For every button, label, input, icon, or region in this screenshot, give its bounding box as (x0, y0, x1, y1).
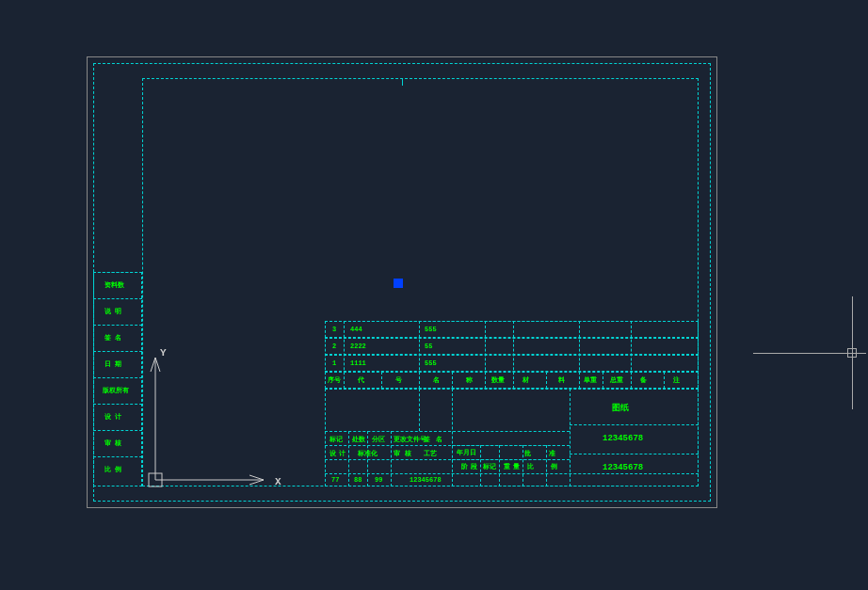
side-labels-column: 资料数 说 明 签 名 日 期 版权所有 设 计 审 核 比 例 (93, 272, 142, 486)
tb-text: 比 (527, 464, 534, 470)
tb-text: 分区 (372, 437, 385, 443)
side-label-3: 日 期 (104, 361, 121, 368)
tb-col (480, 445, 481, 486)
tb-text: 例 (551, 464, 557, 470)
tb-text: 签 (424, 437, 430, 443)
bom-hdr: 序号 (328, 377, 341, 384)
drawing-number-2: 12345678 (603, 464, 643, 472)
tb-row (325, 473, 699, 474)
bom-hdr: 代 (358, 377, 364, 384)
tb-text: 计 (339, 451, 346, 457)
drawing-number-1: 12345678 (603, 435, 643, 443)
tb-col (391, 431, 392, 486)
bom-col (603, 372, 603, 389)
tb-text: 工艺 (424, 451, 437, 457)
bom-cell: 2 (332, 343, 336, 350)
tb-col (367, 431, 368, 486)
tb-text: 段 (471, 464, 477, 470)
tb-row (452, 445, 570, 446)
tb-col (570, 389, 571, 486)
tb-text: 年月日 (457, 450, 476, 456)
bom-cell: 555 (425, 360, 437, 367)
tb-row (570, 424, 699, 425)
bom-row (325, 355, 699, 372)
side-label-1: 说 明 (104, 309, 121, 315)
tb-col (546, 445, 547, 486)
bom-hdr: 称 (466, 377, 473, 384)
tb-text: 88 (354, 477, 362, 484)
tb-col (348, 431, 349, 486)
bom-hdr: 备 (640, 377, 647, 384)
bom-col (631, 321, 632, 389)
ucs-y-label: Y (160, 348, 167, 359)
bom-hdr: 料 (558, 377, 565, 384)
selection-grip[interactable] (394, 279, 403, 288)
tb-text: 标记 (483, 464, 496, 470)
bom-hdr: 号 (395, 377, 402, 384)
tb-text: 标准化 (358, 451, 378, 457)
tb-text: 核 (405, 451, 411, 457)
bom-hdr: 名 (433, 377, 440, 384)
bom-cell: 2222 (350, 343, 366, 350)
bom-col (381, 372, 382, 389)
bom-col (419, 321, 420, 389)
bom-hdr: 总重 (610, 377, 623, 384)
bom-cell: 1 (332, 360, 336, 367)
bom-col (513, 321, 514, 389)
tb-row (570, 454, 699, 454)
bom-col (485, 321, 486, 389)
tb-text: 阶 (461, 464, 468, 470)
ucs-x-label: X (275, 477, 281, 487)
tb-text: 12345678 (410, 477, 442, 484)
side-label-4: 版权所有 (103, 388, 129, 394)
side-label-5: 设 计 (104, 414, 121, 421)
tb-text: 77 (331, 477, 339, 484)
bom-col (579, 321, 580, 389)
bom-hdr: 注 (673, 377, 680, 384)
bom-hdr: 单重 (584, 377, 597, 384)
tb-col (499, 445, 500, 486)
side-label-2: 签 名 (104, 335, 121, 342)
tb-col (419, 389, 420, 431)
bom-cell: 555 (425, 327, 437, 333)
tb-text: 量 (513, 464, 520, 470)
tb-text: 处数 (352, 437, 365, 443)
tb-text: 批 (524, 451, 531, 457)
tb-text: 重 (504, 464, 510, 470)
tb-row (452, 459, 570, 460)
bom-hdr: 材 (522, 377, 529, 384)
tb-col (452, 389, 453, 486)
bom-col (344, 321, 345, 389)
bom-hdr: 数量 (491, 377, 505, 384)
bom-col (664, 372, 665, 389)
bom-cell: 444 (350, 327, 362, 333)
tb-text: 审 (394, 451, 400, 457)
tb-text: 设 (330, 451, 336, 457)
bom-col (452, 372, 453, 389)
bom-row (325, 338, 699, 355)
tb-text: 标记 (330, 437, 343, 443)
bom-cell: 1111 (350, 360, 366, 367)
tb-text: 名 (436, 437, 442, 443)
tb-text: 准 (549, 451, 555, 457)
title-text: 图纸 (612, 405, 629, 413)
side-label-6: 审 核 (104, 440, 121, 447)
tb-row (325, 431, 570, 432)
bom-col (546, 372, 547, 389)
side-label-0: 资料数 (104, 282, 124, 289)
tb-text: 更改文件号 (394, 437, 426, 443)
tb-col (522, 445, 523, 486)
side-label-7: 比 例 (104, 467, 121, 473)
bom-cell: 3 (332, 327, 336, 333)
bom-row (325, 321, 699, 338)
bom-cell: 55 (425, 343, 432, 350)
tb-text: 99 (375, 477, 382, 484)
